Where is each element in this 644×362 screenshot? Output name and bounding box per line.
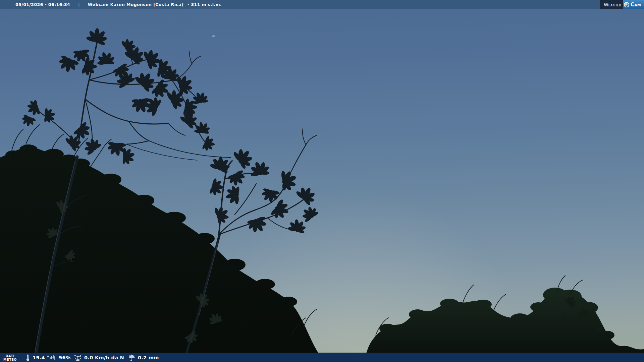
- umbrella-rain-icon: [128, 354, 136, 361]
- timestamp: 05/01/2026 - 06:16:34: [15, 2, 70, 7]
- logo-weather-text: Weather: [604, 2, 621, 7]
- webcam-photo: [0, 0, 644, 362]
- anemometer-icon: [74, 354, 82, 361]
- humidity-item: 96%: [49, 353, 71, 362]
- altitude-label: - 311 m s.l.m.: [187, 2, 222, 7]
- dati-meteo-line2: METEO: [3, 358, 17, 361]
- top-bar: 05/01/2026 - 06:16:34 | Webcam Karen Mog…: [0, 0, 644, 9]
- wind-value: 0.0 Km/h da N: [84, 355, 124, 360]
- logo-cam-box: Cam: [623, 0, 644, 9]
- bottom-bar: DATI METEO 19.4 ° 96%: [0, 353, 644, 362]
- webcam-title: Webcam Karen Mogensen [Costa Rica]: [88, 2, 183, 7]
- weathercam-logo[interactable]: Weather Cam: [600, 0, 644, 9]
- temperature-value: 19.4 °: [33, 355, 49, 360]
- logo-cam-text: Cam: [631, 2, 641, 8]
- wind-item: 0.0 Km/h da N: [74, 353, 124, 362]
- humidity-drops-icon: [49, 354, 56, 361]
- rain-item: 0.2 mm: [128, 353, 159, 362]
- temperature-item: 19.4 °: [25, 353, 49, 362]
- camera-lens-icon: [624, 2, 629, 7]
- dati-meteo-label: DATI METEO: [3, 354, 17, 361]
- rain-value: 0.2 mm: [138, 355, 159, 360]
- dati-meteo-line1: DATI: [3, 354, 17, 357]
- separator: |: [78, 2, 80, 7]
- thermometer-icon: [25, 354, 30, 361]
- humidity-value: 96%: [59, 355, 71, 360]
- webcam-viewer: 05/01/2026 - 06:16:34 | Webcam Karen Mog…: [0, 0, 644, 362]
